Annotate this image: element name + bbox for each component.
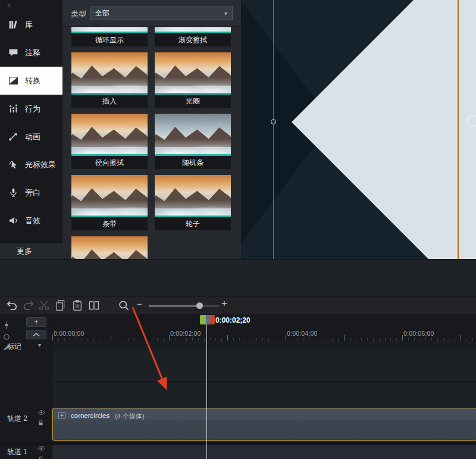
- preview-canvas[interactable]: C: [241, 0, 476, 259]
- sidebar-item-label: 光标效果: [25, 160, 56, 170]
- eye-icon[interactable]: [37, 410, 45, 416]
- split-button[interactable]: [88, 299, 100, 311]
- plus-icon: +: [34, 319, 38, 326]
- timeline: + 标记 ▾ 0:00:00;00 0:00:02;00 0:00:04;00 …: [0, 314, 476, 459]
- edit-toolbar: − +: [0, 296, 476, 314]
- playhead-time-label: 0:00:02;20: [215, 316, 250, 324]
- redo-button[interactable]: [23, 299, 35, 311]
- type-filter-bar: 类型 全部 ▾: [62, 0, 241, 27]
- ruler-label: 0:00:04;00: [287, 330, 318, 337]
- transition-label: 径向擦拭: [71, 156, 148, 169]
- preview-partial-text: C: [466, 111, 476, 131]
- transition-thumbnail: [71, 236, 148, 259]
- more-label: 更多: [17, 246, 32, 255]
- undo-button[interactable]: [6, 299, 18, 311]
- clip-title: cornercircles: [71, 412, 109, 419]
- transition-label: 轮子: [155, 217, 231, 230]
- transition-label: 插入: [71, 95, 148, 108]
- zoom-slider-thumb[interactable]: [196, 302, 203, 309]
- clip-media-count: (4 个媒体): [115, 412, 145, 421]
- sidebar-item-transitions[interactable]: 转换: [0, 67, 62, 95]
- sidebar-item-label: 注释: [25, 48, 40, 58]
- chevron-down-icon[interactable]: ▾: [38, 342, 41, 348]
- camtasia-app: « 库 注释 转换 行为: [0, 0, 476, 459]
- transition-item-radial-wipe[interactable]: 径向擦拭: [71, 114, 148, 169]
- transition-thumbnail: [71, 175, 148, 216]
- playhead-in-handle[interactable]: [200, 315, 206, 324]
- zoom-out-button[interactable]: −: [137, 299, 142, 309]
- transition-thumbnail: [71, 52, 148, 93]
- sidebar-item-label: 库: [25, 20, 33, 30]
- transition-thumbnail: [155, 52, 231, 93]
- timeline-tool-circle-icon[interactable]: [2, 333, 11, 341]
- transition-label: 光圈: [155, 95, 231, 108]
- transition-item-strips[interactable]: 条带: [71, 175, 148, 230]
- playhead-out-handle[interactable]: [210, 315, 215, 324]
- sidebar-item-library[interactable]: 库: [0, 11, 62, 39]
- timeline-clip-cornercircles[interactable]: + cornercircles (4 个媒体): [52, 408, 476, 441]
- ruler-label: 0:00:00;00: [54, 330, 84, 337]
- transitions-panel: 循环显示 渐变擦拭 插入 光圈 径向擦拭 随机条: [62, 0, 241, 259]
- sidebar-item-label: 行为: [25, 104, 40, 114]
- playhead-line: [206, 315, 207, 459]
- transition-item-wheel[interactable]: 轮子: [155, 175, 231, 230]
- playback-bar: [0, 259, 476, 296]
- copy-button[interactable]: [55, 299, 67, 311]
- cut-button[interactable]: [38, 299, 50, 311]
- library-icon: [8, 20, 18, 30]
- collapse-panel-icon[interactable]: «: [7, 1, 11, 8]
- annotation-icon: [8, 48, 18, 58]
- ruler-label: 0:00:02;00: [170, 330, 201, 337]
- type-dropdown[interactable]: 全部 ▾: [90, 7, 233, 20]
- sidebar-item-audio-effects[interactable]: 音效: [0, 207, 62, 235]
- transition-thumbnail: [71, 114, 148, 154]
- lane-separator: [52, 381, 476, 382]
- transition-label: 随机条: [155, 156, 231, 169]
- sidebar-item-voice-narration[interactable]: 旁白: [0, 179, 62, 207]
- zoom-slider-fill: [149, 305, 199, 307]
- lock-icon[interactable]: [37, 419, 44, 426]
- transition-label: 渐变擦拭: [155, 33, 231, 46]
- sidebar-item-cursor-effects[interactable]: 光标效果: [0, 151, 62, 179]
- speaker-icon: [8, 216, 18, 226]
- sidebar-item-more[interactable]: 更多: [0, 242, 62, 259]
- microphone-icon: [8, 188, 18, 198]
- sidebar-item-animations[interactable]: 动画: [0, 123, 62, 151]
- paste-button[interactable]: [71, 299, 83, 311]
- tools-sidebar: « 库 注释 转换 行为: [0, 0, 62, 259]
- cursor-effects-icon: [8, 160, 18, 170]
- transition-item-random-bars[interactable]: 随机条: [155, 114, 231, 169]
- add-track-button[interactable]: +: [26, 317, 46, 327]
- markers-lane[interactable]: [52, 341, 476, 351]
- sidebar-item-annotations[interactable]: 注释: [0, 39, 62, 67]
- sidebar-item-label: 动画: [25, 132, 40, 142]
- expand-group-icon[interactable]: +: [58, 412, 65, 419]
- eye-icon[interactable]: [37, 445, 45, 451]
- behaviors-icon: [8, 104, 18, 114]
- markers-row[interactable]: 标记 ▾: [0, 341, 52, 351]
- transition-item-iris[interactable]: 光圈: [155, 52, 231, 108]
- transition-item-partial[interactable]: [71, 236, 148, 259]
- transition-item-insert[interactable]: 插入: [71, 52, 148, 108]
- track-1-lane[interactable]: [52, 445, 476, 459]
- playhead-handle[interactable]: [206, 315, 210, 324]
- sidebar-item-behaviors[interactable]: 行为: [0, 95, 62, 123]
- transition-label: 条带: [71, 217, 148, 230]
- lock-icon[interactable]: [37, 455, 44, 459]
- animations-icon: [8, 132, 18, 142]
- preview-edge-line: [458, 0, 459, 259]
- preview-guide-handle[interactable]: [271, 119, 276, 124]
- timeline-tool-slider-icon[interactable]: [2, 321, 11, 329]
- track-2-name: 轨道 2: [7, 414, 27, 424]
- transition-label: 循环显示: [71, 33, 148, 46]
- playhead-strip[interactable]: [52, 314, 476, 329]
- preview-guide-line: [273, 0, 274, 259]
- ruler-label: 0:00:06;00: [403, 330, 434, 337]
- chevron-down-icon: ▾: [224, 10, 227, 17]
- transition-thumbnail: [155, 114, 231, 154]
- zoom-in-button[interactable]: +: [221, 298, 227, 310]
- collapse-tracks-button[interactable]: [26, 330, 46, 339]
- chevron-up-icon: [32, 331, 40, 338]
- transitions-icon: [8, 76, 18, 86]
- transition-thumbnail: [155, 175, 231, 216]
